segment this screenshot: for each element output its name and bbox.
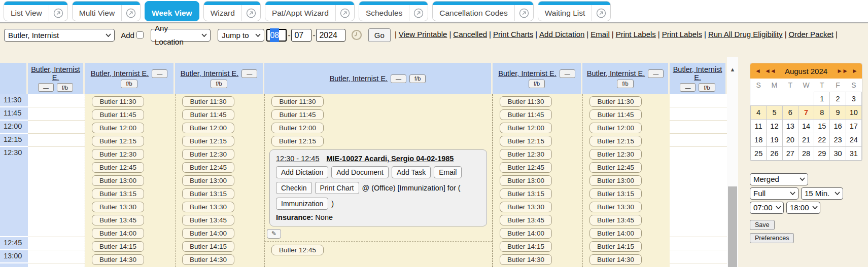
slot-button-butler-12-00[interactable]: Butler 12:00 bbox=[271, 123, 324, 133]
interval-select[interactable]: 15 Min. bbox=[801, 187, 843, 200]
calendar-day-3[interactable]: 3 bbox=[846, 92, 861, 105]
calendar-day-4[interactable]: 4 bbox=[751, 105, 767, 119]
slot-button-butler-11-45[interactable]: Butler 11:45 bbox=[92, 109, 144, 120]
open-in-new-window-icon[interactable] bbox=[242, 8, 260, 18]
slot-button-butler-14-15[interactable]: Butler 14:15 bbox=[182, 241, 234, 252]
tab-waiting-list[interactable]: Waiting List bbox=[538, 1, 611, 21]
calendar-day-24[interactable]: 24 bbox=[846, 133, 861, 146]
calendar-day-21[interactable]: 21 bbox=[798, 133, 814, 146]
open-in-new-window-icon[interactable] bbox=[409, 8, 428, 18]
free-busy-button[interactable]: f/b bbox=[699, 83, 715, 92]
open-in-new-window-icon[interactable] bbox=[336, 8, 354, 18]
slot-button-butler-13-45[interactable]: Butler 13:45 bbox=[589, 215, 642, 225]
provider-link[interactable]: Butler, Internist E. bbox=[91, 69, 149, 78]
tab-schedules[interactable]: Schedules bbox=[359, 1, 428, 21]
collapse-column-button[interactable]: — bbox=[152, 69, 167, 78]
calendar-day-13[interactable]: 13 bbox=[782, 119, 798, 133]
collapse-column-button[interactable]: — bbox=[680, 83, 696, 92]
slot-button-butler-12-00[interactable]: Butler 12:00 bbox=[500, 123, 552, 133]
calendar-day-7[interactable]: 7 bbox=[798, 105, 814, 119]
calendar-day-10[interactable]: 10 bbox=[846, 105, 861, 119]
slot-button-butler-11-45[interactable]: Butler 11:45 bbox=[271, 109, 324, 120]
calendar-fast-prev-button[interactable]: ◄◄ bbox=[765, 67, 776, 74]
slot-button-butler-14-30[interactable]: Butler 14:30 bbox=[589, 254, 642, 265]
calendar-day-26[interactable]: 26 bbox=[767, 146, 782, 160]
calendar-day-27[interactable]: 27 bbox=[782, 146, 798, 160]
slot-button-butler-12-15[interactable]: Butler 12:15 bbox=[271, 136, 324, 146]
calendar-day-19[interactable]: 19 bbox=[767, 133, 782, 146]
provider-link[interactable]: Butler, Internist E. bbox=[671, 65, 724, 82]
toolbar-link-run-all-drug-eligibility[interactable]: Run All Drug Eligibility bbox=[708, 30, 783, 39]
free-busy-button[interactable]: f/b bbox=[211, 80, 227, 88]
slot-button-butler-13-15[interactable]: Butler 13:15 bbox=[500, 188, 552, 199]
calendar-day-22[interactable]: 22 bbox=[814, 133, 830, 146]
free-busy-button[interactable]: f/b bbox=[121, 80, 137, 88]
toolbar-link-print-labels[interactable]: Print Labels bbox=[616, 30, 656, 39]
preferences-button[interactable]: Preferences bbox=[750, 233, 794, 243]
slot-button-butler-12-30[interactable]: Butler 12:30 bbox=[500, 149, 552, 160]
open-in-new-window-icon[interactable] bbox=[592, 8, 610, 18]
merged-select[interactable]: Merged bbox=[750, 173, 808, 185]
slot-button-butler-12-45[interactable]: Butler 12:45 bbox=[271, 245, 324, 255]
print-chart-button[interactable]: Print Chart bbox=[315, 182, 359, 194]
slot-button-butler-12-00[interactable]: Butler 12:00 bbox=[589, 123, 642, 133]
slot-button-butler-13-15[interactable]: Butler 13:15 bbox=[589, 188, 642, 199]
calendar-prev-button[interactable]: ◄ bbox=[755, 67, 760, 74]
slot-button-butler-14-30[interactable]: Butler 14:30 bbox=[500, 254, 552, 265]
provider-link[interactable]: Butler, Internist E. bbox=[29, 65, 82, 82]
open-in-new-window-icon[interactable] bbox=[515, 8, 533, 18]
slot-button-butler-11-30[interactable]: Butler 11:30 bbox=[92, 96, 144, 107]
start-time-select[interactable]: 07:00 bbox=[750, 202, 784, 214]
slot-button-butler-12-30[interactable]: Butler 12:30 bbox=[182, 149, 234, 160]
calendar-day-11[interactable]: 11 bbox=[751, 119, 767, 133]
slot-button-butler-12-45[interactable]: Butler 12:45 bbox=[92, 162, 144, 173]
slot-button-butler-12-00[interactable]: Butler 12:00 bbox=[92, 123, 144, 133]
free-busy-button[interactable]: f/b bbox=[57, 83, 73, 92]
calendar-day-23[interactable]: 23 bbox=[830, 133, 846, 146]
end-time-select[interactable]: 18:00 bbox=[786, 202, 820, 214]
scrollbar-thumb[interactable] bbox=[728, 186, 737, 267]
slot-button-butler-14-00[interactable]: Butler 14:00 bbox=[182, 228, 234, 239]
add-dictation-button[interactable]: Add Dictation bbox=[276, 166, 328, 178]
slot-button-butler-13-00[interactable]: Butler 13:00 bbox=[500, 175, 552, 186]
toolbar-link-add-dictation[interactable]: Add Dictation bbox=[539, 30, 584, 39]
toolbar-link-order-packet[interactable]: Order Packet bbox=[789, 30, 834, 39]
slot-button-butler-14-30[interactable]: Butler 14:30 bbox=[92, 254, 144, 265]
collapse-column-button[interactable]: — bbox=[391, 74, 406, 83]
open-in-new-window-icon[interactable] bbox=[49, 8, 67, 18]
toolbar-link-print-labels[interactable]: Print Labels bbox=[662, 30, 702, 39]
slot-button-butler-12-45[interactable]: Butler 12:45 bbox=[500, 162, 552, 173]
tab-multi-view[interactable]: Multi View bbox=[72, 1, 141, 21]
scroll-up-button[interactable]: ▲ bbox=[727, 64, 738, 75]
email-button[interactable]: Email bbox=[434, 166, 462, 178]
slot-button-butler-11-45[interactable]: Butler 11:45 bbox=[500, 109, 552, 120]
slot-button-butler-12-00[interactable]: Butler 12:00 bbox=[182, 123, 234, 133]
slot-button-butler-14-00[interactable]: Butler 14:00 bbox=[589, 228, 642, 239]
slot-button-butler-11-30[interactable]: Butler 11:30 bbox=[500, 96, 552, 107]
provider-link[interactable]: Butler, Internist E. bbox=[330, 74, 388, 83]
slot-button-butler-11-30[interactable]: Butler 11:30 bbox=[589, 96, 642, 107]
free-busy-button[interactable]: f/b bbox=[617, 80, 633, 88]
tab-week-view[interactable]: Week View bbox=[145, 1, 199, 21]
checkin-button[interactable]: Checkin bbox=[276, 182, 312, 194]
slot-button-butler-14-15[interactable]: Butler 14:15 bbox=[500, 241, 552, 252]
calendar-day-30[interactable]: 30 bbox=[830, 146, 846, 160]
free-busy-button[interactable]: f/b bbox=[529, 80, 545, 88]
slot-button-butler-11-30[interactable]: Butler 11:30 bbox=[271, 96, 324, 107]
calendar-next-button[interactable]: ► bbox=[852, 67, 857, 74]
toolbar-link-view-printable[interactable]: View Printable bbox=[399, 30, 447, 39]
slot-button-butler-14-30[interactable]: Butler 14:30 bbox=[182, 254, 234, 265]
slot-button-butler-12-15[interactable]: Butler 12:15 bbox=[589, 136, 642, 146]
location-select[interactable]: Any Location bbox=[151, 29, 211, 42]
date-month-input[interactable]: 08 bbox=[266, 29, 287, 42]
slot-button-butler-14-15[interactable]: Butler 14:15 bbox=[92, 241, 144, 252]
go-button[interactable]: Go bbox=[368, 28, 391, 42]
toolbar-link-cancelled[interactable]: Cancelled bbox=[453, 30, 487, 39]
calendar-day-12[interactable]: 12 bbox=[767, 119, 782, 133]
calendar-day-29[interactable]: 29 bbox=[814, 146, 830, 160]
calendar-day-1[interactable]: 1 bbox=[814, 92, 830, 105]
edit-appointment-button[interactable]: ✎ bbox=[267, 229, 281, 239]
add-checkbox[interactable] bbox=[136, 31, 144, 39]
calendar-day-6[interactable]: 6 bbox=[782, 105, 798, 119]
add-document-button[interactable]: Add Document bbox=[331, 166, 389, 178]
